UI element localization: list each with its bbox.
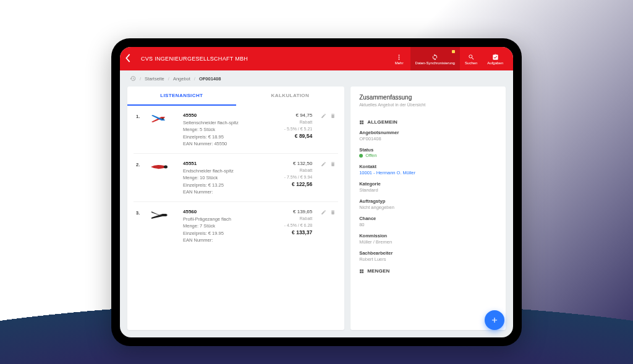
- field-contact: Kontakt 10001 - Hermann O. Müller: [359, 164, 497, 176]
- summary-subtitle: Aktuelles Angebot in der Übersicht: [359, 103, 497, 107]
- section-general: ALLGEMEIN: [359, 119, 497, 125]
- line-info: 45550 Seitenschneider flach-spitz Menge:…: [183, 112, 257, 147]
- delete-icon[interactable]: [330, 210, 336, 215]
- edit-icon[interactable]: [321, 113, 326, 119]
- field-offer-no: Angebotsnummer OF001408: [359, 130, 497, 142]
- fab-add-button[interactable]: [485, 310, 504, 330]
- sync-notification-dot: [452, 50, 455, 53]
- tab-calculation[interactable]: KALKULATION: [236, 87, 345, 106]
- line-price: € 139,65 Rabatt - 4.5% / € 6.28 € 133,37: [261, 208, 312, 243]
- svg-rect-5: [360, 121, 362, 122]
- svg-rect-8: [362, 122, 364, 124]
- history-icon[interactable]: [130, 75, 136, 82]
- field-chance: Chance 80: [359, 216, 497, 227]
- product-image: [148, 160, 178, 174]
- tabs: LISTENANSICHT KALKULATION: [127, 87, 344, 106]
- sync-icon: [431, 54, 438, 61]
- more-vertical-icon: [396, 54, 402, 61]
- svg-point-4: [164, 166, 168, 169]
- breadcrumb-offer[interactable]: Angebot: [173, 76, 190, 82]
- line-index: 3.: [136, 208, 143, 243]
- search-icon: [468, 54, 475, 61]
- header-action-sync[interactable]: Daten-Synchronisierung: [410, 47, 460, 70]
- field-clerk: Sachbearbeiter Robert Luers: [359, 250, 497, 262]
- section-quantities: MENGEN: [359, 268, 497, 274]
- field-status: Status Offen: [359, 147, 497, 158]
- field-commission: Kommission Müller / Bremen: [359, 233, 497, 245]
- svg-rect-10: [362, 269, 364, 271]
- breadcrumb-home[interactable]: Startseite: [145, 76, 164, 82]
- edit-icon[interactable]: [321, 210, 326, 215]
- header-action-tasks[interactable]: Aufgaben: [482, 47, 508, 70]
- line-item: 2. 45551 Endschneider flach-spitz Menge:…: [134, 154, 338, 202]
- section-icon: [359, 269, 364, 274]
- list-panel: LISTENANSICHT KALKULATION 1. 45550 Seite…: [127, 87, 344, 330]
- edit-icon[interactable]: [321, 161, 326, 167]
- line-price: € 94,75 Rabatt - 5.5% / € 5.21 € 89,54: [261, 112, 312, 147]
- header-action-search[interactable]: Suchen: [460, 47, 482, 70]
- contact-link[interactable]: 10001 - Hermann O. Müller: [359, 170, 497, 176]
- app-title: CVS INGENIEURGESELLSCHAFT MBH: [141, 56, 388, 62]
- line-index: 2.: [136, 160, 143, 195]
- back-button[interactable]: [125, 54, 136, 64]
- product-image: [148, 112, 178, 125]
- field-category: Kategorie Standard: [359, 181, 497, 193]
- product-image: [148, 208, 178, 222]
- breadcrumb-current: OF001408: [199, 76, 221, 82]
- svg-point-2: [399, 58, 400, 59]
- line-info: 45551 Endschneider flach-spitz Menge: 10…: [183, 160, 257, 195]
- section-icon: [359, 120, 364, 125]
- breadcrumb: / Startseite / Angebot / OF001408: [120, 70, 513, 87]
- svg-rect-11: [360, 271, 362, 273]
- delete-icon[interactable]: [330, 113, 336, 119]
- svg-point-1: [399, 56, 400, 57]
- line-index: 1.: [136, 112, 143, 147]
- svg-rect-6: [362, 121, 364, 122]
- summary-panel: Zusammenfassung Aktuelles Angebot in der…: [350, 87, 506, 330]
- line-info: 45560 Profil-Prägezange flach Menge: 7 S…: [183, 208, 257, 243]
- line-item: 3. 45560 Profil-Prägezange flach Menge: …: [134, 202, 338, 250]
- delete-icon[interactable]: [330, 161, 336, 167]
- svg-point-3: [162, 118, 164, 120]
- tab-list-view[interactable]: LISTENANSICHT: [127, 87, 236, 106]
- line-price: € 132,50 Rabatt - 7.5% / € 9.94 € 122,56: [261, 160, 312, 195]
- plus-icon: [490, 316, 499, 324]
- header-action-more[interactable]: Mehr: [388, 47, 410, 70]
- tasks-icon: [492, 54, 499, 61]
- svg-rect-7: [360, 122, 362, 124]
- status-dot-icon: [359, 154, 363, 158]
- summary-title: Zusammenfassung: [359, 94, 497, 101]
- line-item: 1. 45550 Seitenschneider flach-spitz Men…: [134, 106, 338, 154]
- svg-point-0: [399, 54, 400, 56]
- svg-rect-12: [362, 271, 364, 273]
- app-header: CVS INGENIEURGESELLSCHAFT MBH Mehr Daten…: [120, 47, 513, 70]
- field-ordertype: Auftragstyp Nicht angegeben: [359, 198, 497, 210]
- svg-rect-9: [360, 269, 362, 271]
